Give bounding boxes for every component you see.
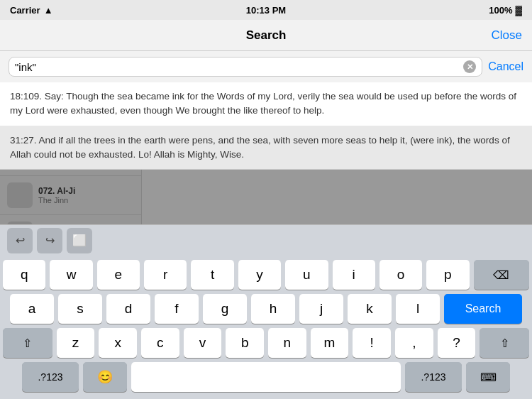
num-key-right[interactable]: .?123 (405, 362, 462, 392)
key-question[interactable]: ? (438, 328, 476, 358)
key-r[interactable]: r (144, 260, 187, 290)
key-a[interactable]: a (10, 294, 54, 324)
key-q[interactable]: q (3, 260, 45, 290)
key-v[interactable]: v (184, 328, 222, 358)
key-k[interactable]: k (348, 294, 392, 324)
wifi-icon: ▲ (44, 5, 53, 16)
search-input-wrapper[interactable]: ✕ (9, 57, 482, 77)
key-row-1: q w e r t y u i o p ⌫ (3, 260, 529, 290)
result-text: 31:27. And if all the trees in the earth… (10, 135, 510, 160)
keyboard-keys: q w e r t y u i o p ⌫ a s d f g h j k l … (0, 256, 532, 399)
battery-label: 100% (489, 5, 512, 16)
shift-key-right[interactable]: ⇧ (480, 328, 529, 358)
search-results: 18:109. Say: Though the sea became ink f… (0, 82, 532, 169)
key-m[interactable]: m (311, 328, 349, 358)
key-o[interactable]: o (379, 260, 422, 290)
battery-icon: ▓ (516, 5, 522, 16)
search-input[interactable] (15, 61, 460, 73)
search-modal-header: Search Close (0, 20, 532, 51)
key-w[interactable]: w (50, 260, 92, 290)
key-n[interactable]: n (268, 328, 306, 358)
space-key[interactable] (131, 362, 401, 392)
key-comma[interactable]: , (395, 328, 433, 358)
redo-button[interactable]: ↪ (37, 228, 62, 253)
key-x[interactable]: x (99, 328, 137, 358)
clear-icon[interactable]: ✕ (463, 60, 476, 73)
key-e[interactable]: e (97, 260, 140, 290)
shift-key[interactable]: ⇧ (3, 328, 52, 358)
result-text: 18:109. Say: Though the sea became ink f… (10, 91, 516, 116)
search-input-row: ✕ Cancel (0, 51, 532, 82)
key-b[interactable]: b (226, 328, 264, 358)
key-z[interactable]: z (57, 328, 95, 358)
key-f[interactable]: f (155, 294, 199, 324)
result-item[interactable]: 31:27. And if all the trees in the earth… (0, 126, 532, 170)
key-c[interactable]: c (141, 328, 179, 358)
key-g[interactable]: g (203, 294, 247, 324)
emoji-key[interactable]: 😊 (83, 362, 127, 392)
key-row-2: a s d f g h j k l Search (3, 294, 529, 324)
keyboard-dismiss-key[interactable]: ⌨ (466, 362, 510, 392)
key-s[interactable]: s (58, 294, 102, 324)
result-item[interactable]: 18:109. Say: Though the sea became ink f… (0, 82, 532, 126)
search-modal: Search Close ✕ Cancel 18:109. Say: Thoug… (0, 20, 532, 170)
key-p[interactable]: p (426, 260, 469, 290)
key-i[interactable]: i (333, 260, 375, 290)
key-exclaim[interactable]: ! (353, 328, 391, 358)
key-d[interactable]: d (106, 294, 150, 324)
cancel-button[interactable]: Cancel (488, 60, 523, 73)
key-l[interactable]: l (396, 294, 440, 324)
search-modal-title: Search (246, 28, 287, 43)
key-y[interactable]: y (238, 260, 281, 290)
num-key-left[interactable]: .?123 (22, 362, 79, 392)
carrier-label: Carrier (10, 5, 40, 16)
backspace-key[interactable]: ⌫ (474, 260, 529, 290)
key-u[interactable]: u (285, 260, 328, 290)
time-label: 10:13 PM (246, 5, 286, 16)
paste-button[interactable]: ⬜ (67, 228, 92, 253)
undo-button[interactable]: ↩ (7, 228, 33, 253)
key-t[interactable]: t (191, 260, 233, 290)
close-button[interactable]: Close (492, 28, 522, 43)
status-bar: Carrier ▲ 10:13 PM 100% ▓ (0, 0, 532, 20)
keyboard-toolbar: ↩ ↪ ⬜ (0, 224, 532, 256)
key-j[interactable]: j (299, 294, 343, 324)
search-key[interactable]: Search (444, 294, 522, 324)
key-h[interactable]: h (251, 294, 295, 324)
keyboard-area: ↩ ↪ ⬜ q w e r t y u i o p ⌫ a s d f g h … (0, 224, 532, 399)
key-row-4: .?123 😊 .?123 ⌨ (3, 362, 529, 392)
key-row-3: ⇧ z x c v b n m ! , ? ⇧ (3, 328, 529, 358)
